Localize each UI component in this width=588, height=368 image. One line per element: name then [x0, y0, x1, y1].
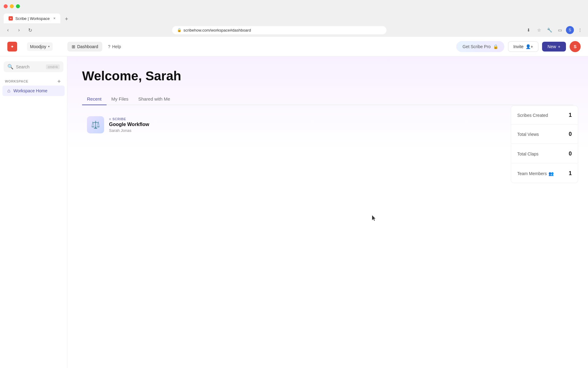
tab-close-button[interactable]: ×	[53, 16, 55, 21]
stat-team-members: Team Members 👥 1	[511, 164, 578, 183]
total-claps-value: 0	[569, 151, 572, 157]
nav-dashboard-label: Dashboard	[77, 44, 98, 49]
user-avatar[interactable]: S	[570, 41, 581, 52]
new-tab-button[interactable]: +	[62, 15, 71, 23]
cursor	[372, 215, 376, 223]
new-button-label: New	[548, 44, 556, 49]
sidebar-item-workspace-home-label: Workspace Home	[13, 88, 47, 93]
welcome-title: Welcome, Sarah	[82, 69, 573, 83]
search-box[interactable]: 🔍 Search cmd+k	[4, 61, 63, 72]
extension-icon[interactable]: 🔧	[545, 26, 554, 34]
search-placeholder: Search	[16, 64, 43, 69]
scribes-created-value: 1	[569, 112, 572, 118]
scribe-type-icon: ≡	[109, 117, 111, 121]
url-text[interactable]: scribehow.com/workspace#dashboard	[183, 28, 251, 33]
new-button[interactable]: New +	[542, 42, 566, 52]
tab-shared-with-me[interactable]: Shared with Me	[133, 93, 175, 105]
stat-total-claps: Total Claps 0	[511, 144, 578, 163]
invite-button[interactable]: Invite 👤+	[508, 41, 538, 52]
tab-favicon	[9, 16, 13, 21]
scribe-type-label: ≡ SCRIBE	[109, 117, 149, 121]
search-shortcut: cmd+k	[46, 64, 60, 69]
tab-my-files[interactable]: My Files	[107, 93, 134, 105]
nav-help[interactable]: ? Help	[104, 42, 125, 52]
nav-dashboard[interactable]: ⊞ Dashboard	[67, 42, 103, 52]
pro-button-label: Get Scribe Pro	[462, 44, 491, 49]
stat-scribes-created: Scribes Created 1	[511, 105, 578, 125]
header-nav: ⊞ Dashboard ? Help	[67, 42, 125, 52]
maximize-button[interactable]	[16, 4, 20, 8]
security-icon: 🔒	[177, 28, 182, 32]
workspace-section: WORKSPACE + ⌂ Workspace Home	[0, 77, 67, 96]
stat-total-views: Total Views 0	[511, 125, 578, 144]
team-members-label: Team Members 👥	[517, 171, 554, 176]
forward-button[interactable]: ›	[15, 26, 23, 34]
dashboard-icon: ⊞	[72, 44, 75, 49]
bookmark-icon[interactable]: ☆	[535, 26, 543, 34]
sidebar-toggle-icon[interactable]: ▭	[556, 26, 564, 34]
help-icon: ?	[108, 44, 110, 49]
total-views-label: Total Views	[517, 132, 539, 137]
scribe-title: Google Workflow	[109, 122, 149, 127]
logo-icon	[7, 42, 17, 52]
home-icon: ⌂	[7, 88, 10, 94]
pro-icon: 🔒	[493, 44, 498, 49]
team-members-icon: 👥	[548, 171, 554, 176]
refresh-button[interactable]: ↻	[26, 26, 34, 34]
get-scribe-pro-button[interactable]: Get Scribe Pro 🔒	[456, 41, 504, 52]
scribe-info: ≡ SCRIBE Google Workflow Sarah Jonas	[109, 117, 149, 133]
invite-icon: 👤+	[526, 44, 533, 49]
scribe-item[interactable]: ⚖️ ≡ SCRIBE Google Workflow Sarah Jonas	[82, 113, 573, 137]
team-members-value: 1	[569, 170, 572, 177]
browser-menu-icon[interactable]: ⋮	[576, 26, 584, 34]
scribes-created-label: Scribes Created	[517, 113, 548, 118]
tab-recent[interactable]: Recent	[82, 93, 107, 105]
add-workspace-button[interactable]: +	[56, 78, 62, 84]
workspace-selector[interactable]: Moodjoy ▾	[27, 42, 53, 51]
workspace-name: Moodjoy	[30, 44, 46, 49]
search-icon: 🔍	[7, 64, 13, 70]
close-button[interactable]	[4, 4, 8, 8]
logo	[7, 42, 20, 52]
minimize-button[interactable]	[10, 4, 14, 8]
workspace-section-label: WORKSPACE	[5, 79, 28, 83]
new-button-icon: +	[558, 44, 560, 49]
sidebar-item-workspace-home[interactable]: ⌂ Workspace Home	[2, 86, 65, 96]
scribe-thumbnail: ⚖️	[87, 116, 104, 133]
stats-panel: Scribes Created 1 Total Views 0 Total Cl…	[511, 105, 578, 184]
workspace-chevron-icon: ▾	[48, 45, 50, 48]
browser-profile[interactable]: S	[566, 26, 574, 34]
sidebar: 🔍 Search cmd+k WORKSPACE + ⌂ Workspace H…	[0, 56, 67, 368]
back-button[interactable]: ‹	[4, 26, 12, 34]
total-views-value: 0	[569, 131, 572, 137]
browser-tab[interactable]: Scribe | Workspace ×	[4, 13, 60, 23]
content-tabs: Recent My Files Shared with Me	[82, 93, 573, 105]
main-content: Welcome, Sarah Recent My Files Shared wi…	[67, 56, 588, 368]
scribe-list: ⚖️ ≡ SCRIBE Google Workflow Sarah Jonas	[82, 113, 573, 137]
download-icon[interactable]: ⬇	[524, 26, 533, 34]
scribe-author: Sarah Jonas	[109, 128, 149, 133]
invite-button-label: Invite	[513, 44, 523, 49]
nav-help-label: Help	[112, 44, 121, 49]
total-claps-label: Total Claps	[517, 151, 538, 156]
tab-title: Scribe | Workspace	[15, 16, 50, 21]
